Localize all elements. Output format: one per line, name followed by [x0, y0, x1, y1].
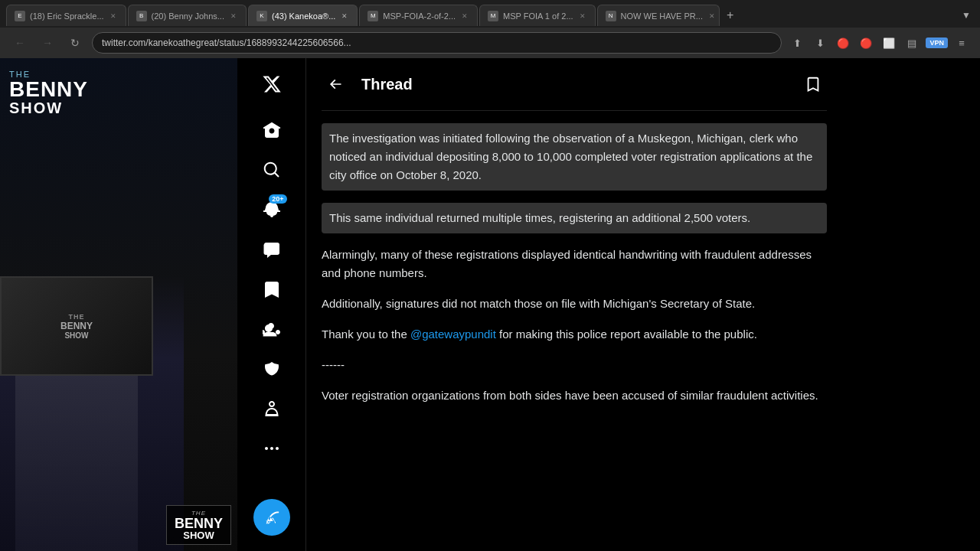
tweet-content: The investigation was initiated followin…: [322, 111, 827, 429]
tab-favicon-benny: B: [136, 11, 147, 21]
thread-title: Thread: [361, 76, 413, 93]
tab-favicon-msp2: M: [368, 11, 378, 21]
tab-close-benny[interactable]: ✕: [229, 11, 238, 21]
tab-close-msp2[interactable]: ✕: [460, 11, 469, 21]
sidebar-icon[interactable]: ▤: [903, 34, 921, 52]
top-logo: THE BENNY SHOW: [9, 70, 88, 116]
tab-label-msp1: MSP FOIA 1 of 2...: [503, 11, 573, 21]
tab-label-eric: (18) Eric Sprackle...: [30, 11, 104, 21]
tab-favicon-msp1: M: [488, 11, 498, 21]
tab-favicon-eric: E: [15, 11, 25, 21]
tab-close-kanekoa[interactable]: ✕: [340, 11, 349, 21]
tab-favicon-now: N: [606, 11, 616, 21]
thread-header: Thread: [322, 58, 827, 111]
sidebar-item-communities[interactable]: [253, 311, 290, 347]
tweet-para-1: The investigation was initiated followin…: [322, 123, 827, 191]
address-bar[interactable]: twitter.com/kanekoathegreat/status/16889…: [92, 32, 782, 54]
embedded-thumbnail: THE BENNY SHOW: [0, 276, 153, 376]
gatewaypundit-mention[interactable]: @gatewaypundit: [410, 328, 496, 341]
notification-count: 20+: [269, 194, 286, 204]
extension-icon2[interactable]: 🔴: [857, 34, 875, 52]
window-icon[interactable]: ⬜: [880, 34, 898, 52]
toolbar: ← → ↻ twitter.com/kanekoathegreat/status…: [0, 28, 980, 58]
sidebar-item-more[interactable]: [253, 430, 290, 467]
tweet-para-5-before: Thank you to the: [322, 328, 410, 341]
back-button[interactable]: ←: [9, 32, 31, 54]
sidebar-item-home[interactable]: [253, 112, 290, 148]
tab-label-msp2: MSP-FOIA-2-of-2...: [383, 11, 456, 21]
tab-close-eric[interactable]: ✕: [109, 11, 118, 21]
tab-label-now: NOW WE HAVE PR...: [621, 11, 703, 21]
tab-favicon-kanekoa: K: [256, 11, 267, 21]
toolbar-icons: ⬆ ⬇ 🔴 🔴 ⬜ ▤ VPN ≡: [788, 34, 971, 52]
tab-eric[interactable]: E (18) Eric Sprackle... ✕: [6, 5, 126, 26]
menu-icon[interactable]: ≡: [952, 34, 971, 52]
new-tab-button[interactable]: +: [721, 6, 740, 24]
tweet-para-7: Voter registration organizations from bo…: [322, 386, 827, 405]
twitter-page: 20+: [237, 58, 980, 551]
video-overlay: THE BENNY SHOW THE BENNY SHOW THE BENNY …: [0, 58, 237, 551]
twitter-main-content: Thread The investigation was initiated f…: [306, 58, 842, 551]
sidebar-item-messages[interactable]: [253, 231, 290, 268]
tweet-para-5: Thank you to the @gatewaypundit for maki…: [322, 325, 827, 344]
video-background: THE BENNY SHOW THE BENNY SHOW THE BENNY …: [0, 58, 237, 551]
sidebar-item-notifications[interactable]: 20+: [253, 191, 290, 228]
sidebar-item-search[interactable]: [253, 152, 290, 188]
vpn-badge[interactable]: VPN: [926, 37, 948, 48]
tweet-para-3: Alarmingly, many of these registrations …: [322, 246, 827, 282]
tweet-para-4: Additionally, signatures did not match t…: [322, 295, 827, 313]
sidebar-item-verified[interactable]: [253, 350, 290, 387]
tab-close-msp1[interactable]: ✕: [578, 11, 587, 21]
tab-extra-controls: ▼: [959, 8, 974, 23]
tab-label-kanekoa: (43) Kanekoa®...: [272, 11, 335, 21]
tweet-para-2: This same individual returned multiple t…: [322, 203, 827, 233]
tweet-para-5-after: for making this police report available …: [496, 328, 757, 341]
extension-icon1[interactable]: 🔴: [834, 34, 852, 52]
sidebar-item-bookmarks[interactable]: [253, 271, 290, 308]
tab-msp1[interactable]: M MSP FOIA 1 of 2... ✕: [479, 5, 596, 26]
compose-button[interactable]: [253, 499, 290, 536]
download-icon[interactable]: ⬇: [811, 34, 829, 52]
tab-msp2[interactable]: M MSP-FOIA-2-of-2... ✕: [359, 5, 478, 26]
tweet-divider: ------: [322, 356, 827, 374]
url-text: twitter.com/kanekoathegreat/status/16889…: [102, 37, 351, 48]
tab-now[interactable]: N NOW WE HAVE PR... ✕: [597, 5, 720, 26]
back-button[interactable]: [322, 70, 349, 98]
tab-benny[interactable]: B (20) Benny Johns... ✕: [128, 5, 247, 26]
tabs-overflow-button[interactable]: ▼: [959, 8, 974, 23]
refresh-button[interactable]: ↻: [64, 32, 86, 54]
twitter-sidebar: 20+: [237, 58, 306, 551]
thread-bookmarks-icon[interactable]: [799, 70, 827, 98]
tab-bar: E (18) Eric Sprackle... ✕ B (20) Benny J…: [0, 0, 980, 28]
share-icon[interactable]: ⬆: [788, 34, 806, 52]
x-logo[interactable]: [253, 66, 290, 103]
tab-kanekoa[interactable]: K (43) Kanekoa®... ✕: [248, 5, 358, 26]
browser-chrome: E (18) Eric Sprackle... ✕ B (20) Benny J…: [0, 0, 980, 59]
tab-label-benny: (20) Benny Johns...: [152, 11, 224, 21]
forward-button[interactable]: →: [37, 32, 58, 54]
tab-close-now[interactable]: ✕: [707, 11, 717, 21]
sidebar-item-profile[interactable]: [253, 390, 290, 427]
benny-show-watermark: THE BENNY SHOW: [166, 505, 231, 545]
